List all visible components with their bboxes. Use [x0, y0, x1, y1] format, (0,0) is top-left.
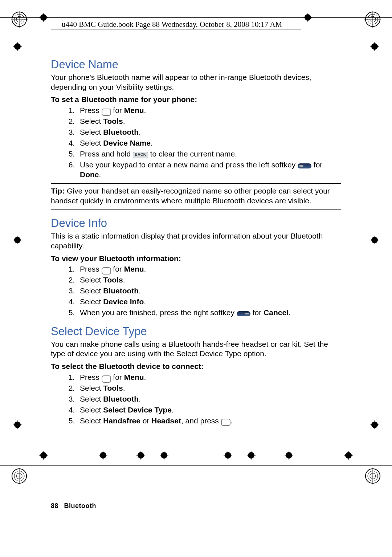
step: Press and hold BACK to clear the current…: [77, 149, 341, 159]
step-text: Press: [80, 373, 102, 381]
step-text: Select: [80, 297, 103, 306]
step-bold: Select Device Type: [103, 406, 172, 414]
step-bold: Tools: [103, 117, 123, 125]
step-text: Select: [80, 395, 103, 403]
step: Press for Menu.: [77, 264, 341, 274]
menu-ok-key-icon: [102, 267, 111, 275]
left-softkey-icon: [298, 163, 311, 168]
step-bold: Menu: [124, 373, 144, 381]
step-bold: Menu: [124, 106, 144, 114]
step: Select Bluetooth.: [77, 286, 341, 296]
registration-mark-icon: [364, 11, 381, 28]
step-bold: Done: [80, 170, 99, 179]
step: Use your keypad to enter a new name and …: [77, 160, 341, 180]
step-text: Select: [80, 286, 103, 295]
step-text: When you are finished, press the right s…: [80, 308, 237, 317]
step: Select Select Device Type.: [77, 405, 341, 415]
step: Select Bluetooth.: [77, 127, 341, 137]
step-text: or: [140, 416, 151, 425]
step-text: .: [144, 265, 146, 273]
registration-dot-icon: [13, 236, 22, 244]
step: Select Bluetooth.: [77, 394, 341, 404]
step-text: .: [123, 276, 125, 284]
menu-ok-key-icon: [102, 375, 111, 383]
registration-mark-icon: [11, 468, 28, 484]
device-info-steps: Press for Menu. Select Tools. Select Blu…: [51, 264, 341, 317]
step: Select Device Name.: [77, 138, 341, 148]
step-text: .: [139, 286, 141, 295]
registration-dot-icon: [344, 451, 353, 460]
step-bold: Device Name: [103, 139, 151, 147]
menu-ok-key-icon: [221, 419, 230, 426]
running-header: u440 BMC Guide.book Page 88 Wednesday, O…: [62, 20, 282, 29]
step-bold: Menu: [124, 265, 144, 273]
step-text: .: [289, 308, 291, 317]
tip-paragraph: Tip: Give your handset an easily-recogni…: [51, 186, 341, 206]
step: Select Device Info.: [77, 297, 341, 307]
step-bold: Device Info: [103, 297, 144, 306]
step-text: .: [123, 384, 125, 392]
step-bold: Tools: [103, 384, 123, 392]
step-bold: Bluetooth: [103, 395, 139, 403]
step-text: .: [144, 297, 146, 306]
step: Select Tools.: [77, 117, 341, 126]
heading-device-info: Device Info: [51, 216, 341, 231]
registration-dot-icon: [370, 420, 379, 429]
select-device-type-steps: Press for Menu. Select Tools. Select Blu…: [51, 373, 341, 426]
step-bold: Headset: [151, 416, 181, 425]
registration-dot-icon: [13, 420, 22, 429]
step-bold: Cancel: [264, 308, 289, 317]
device-info-intro: This is a static information display tha…: [51, 231, 341, 251]
step-text: Select: [80, 276, 103, 284]
registration-dot-icon: [303, 13, 312, 22]
page-number: 88: [51, 502, 58, 509]
header-rule: [51, 29, 301, 29]
step-text: .: [139, 128, 141, 136]
right-softkey-icon: [237, 311, 250, 316]
step-text: for: [111, 265, 124, 273]
step-text: for: [111, 106, 124, 114]
tip-rule-top: [51, 183, 341, 184]
registration-dot-icon: [370, 42, 379, 51]
step-text: .: [99, 170, 101, 179]
step: When you are finished, press the right s…: [77, 308, 341, 318]
tip-text: Give your handset an easily-recognized n…: [51, 187, 330, 205]
step-text: Select: [80, 384, 103, 392]
device-info-subhead: To view your Bluetooth information:: [51, 254, 341, 264]
tip-rule-bottom: [51, 209, 341, 210]
step: Select Handsfree or Headset, and press .: [77, 416, 341, 426]
page-content: Device Name Your phone's Bluetooth name …: [51, 51, 341, 495]
device-name-subhead: To set a Bluetooth name for your phone:: [51, 95, 341, 105]
step-text: .: [151, 139, 153, 147]
menu-ok-key-icon: [102, 109, 111, 116]
step-text: Select: [80, 117, 103, 125]
step-text: .: [144, 373, 146, 381]
registration-mark-icon: [11, 11, 28, 28]
registration-dot-icon: [39, 451, 48, 460]
step-text: Press: [80, 106, 102, 114]
registration-dot-icon: [370, 236, 379, 244]
step-text: Press and hold: [80, 150, 133, 158]
select-device-type-subhead: To select the Bluetooth device to connec…: [51, 362, 341, 371]
step-text: .: [230, 416, 233, 425]
step: Select Tools.: [77, 383, 341, 393]
step-text: for: [250, 308, 264, 317]
step: Press for Menu.: [77, 106, 341, 115]
registration-dot-icon: [13, 42, 22, 51]
footer-section: Bluetooth: [64, 502, 96, 509]
registration-mark-icon: [364, 468, 381, 484]
heading-select-device-type: Select Device Type: [51, 324, 341, 339]
device-name-steps: Press for Menu. Select Tools. Select Blu…: [51, 106, 341, 179]
step-text: .: [144, 106, 146, 114]
manual-page: u440 BMC Guide.book Page 88 Wednesday, O…: [0, 0, 392, 557]
step-text: Press: [80, 265, 102, 273]
step-bold: Bluetooth: [103, 286, 139, 295]
crop-rule-top: [0, 17, 392, 18]
device-name-intro: Your phone's Bluetooth name will appear …: [51, 73, 341, 92]
step-text: , and press: [181, 416, 221, 425]
step: Select Tools.: [77, 275, 341, 285]
step-text: Use your keypad to enter a new name and …: [80, 160, 298, 169]
step-text: .: [172, 406, 174, 414]
step-bold: Tools: [103, 276, 123, 284]
step-bold: Bluetooth: [103, 128, 139, 136]
